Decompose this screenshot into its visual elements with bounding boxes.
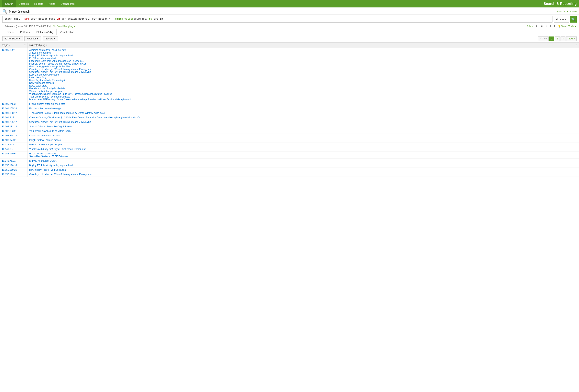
table-row: 10.150.119.26Hey, hibody 74% for you Uho… — [0, 168, 579, 172]
subject-value[interactable]: Did you hear about EUOK — [29, 160, 577, 162]
export-button[interactable]: ⬇ — [554, 25, 556, 28]
table-row: 10.150.118.14Buying ED Pills at big savi… — [0, 163, 579, 168]
save-as-button[interactable]: Save As ▼ — [556, 10, 569, 13]
table-row: 10.100.109.11Allergies can put you back,… — [0, 48, 579, 102]
subject-value[interactable]: Buying ED Pills at big saving wqmue lnw1 — [29, 164, 577, 167]
ip-value[interactable]: 10.100.109.11 — [2, 49, 17, 52]
subject-value[interactable]: Recalls involved FaultyGasPedals — [29, 87, 577, 90]
subject-value[interactable]: Create the home you deserve — [29, 134, 577, 137]
edit-icon-subject[interactable]: ✏ — [576, 44, 577, 46]
subject-value[interactable]: Sears-HeatSystems: FREE Estimate — [29, 155, 577, 158]
subject-value[interactable]: EUOK reports share alert — [29, 152, 577, 155]
subject-value[interactable]: Great rates, great coverage for families — [29, 65, 577, 68]
tab-statistics[interactable]: Statistics (144) — [33, 29, 57, 35]
smart-mode-button[interactable]: 💡 Smart Mode ▼ — [558, 25, 577, 28]
subject-value[interactable]: Amazing herbal-med — [29, 52, 577, 54]
subject-value[interactable]: Your Credit-Scores have been Updated — [29, 95, 577, 98]
close-button[interactable]: Close — [570, 10, 577, 13]
ip-value[interactable]: 10.102.182.18 — [2, 125, 17, 128]
subject-value[interactable]: _LoseWeight Natural SuperFood endorsed b… — [29, 112, 577, 114]
col-header-values-subject[interactable]: values(subject) ⇅ ✏ — [28, 43, 579, 48]
sampling-dropdown[interactable]: No Event Sampling ▼ — [53, 25, 76, 28]
subject-value[interactable]: NeverPay for Vehicle RepairsAgain — [29, 79, 577, 82]
subject-value[interactable]: Rick Has Sent You A Message — [29, 107, 577, 110]
subject-value[interactable]: is your penisSIZE enough for you? We are… — [29, 98, 577, 101]
ip-value[interactable]: 10.103.37.12 — [2, 139, 15, 141]
table-row: 10.102.193.9Your dream travel could be w… — [0, 129, 579, 133]
subject-value[interactable]: EUOK reports share alert — [29, 57, 577, 60]
nav-item-search[interactable]: Search — [2, 0, 16, 7]
nav-item-dashboards[interactable]: Dashboards — [58, 0, 77, 7]
edit-icon-ip[interactable]: ✏ — [24, 44, 26, 46]
ip-value[interactable]: 10.101.105.33 — [2, 107, 17, 110]
preview-button[interactable]: Preview ▼ — [43, 36, 58, 41]
subject-value[interactable]: We can make it happen for you — [29, 90, 577, 93]
subject-value[interactable]: Learn like a Spy — [29, 76, 577, 79]
per-page-button[interactable]: 50 Per Page ▼ — [2, 36, 23, 41]
format-button[interactable]: ✓Format ▼ — [24, 36, 41, 41]
subject-value[interactable]: Buying ED Pills at big saving wqmue lnw1 — [29, 54, 577, 57]
subject-value[interactable]: We can make it happen for you — [29, 143, 577, 146]
tab-visualization[interactable]: Visualization — [57, 29, 77, 35]
nav-item-datasets[interactable]: Datasets — [16, 0, 31, 7]
ip-value[interactable]: 10.141.13.5 — [2, 148, 14, 151]
cell-ip: 10.100.109.11 — [0, 48, 28, 102]
subject-value[interactable]: Hey, hibody 74% for you Uholazisai — [29, 168, 577, 171]
subject-value[interactable]: Friend hibody, enter our shop Yfod — [29, 103, 577, 105]
prev-page-button[interactable]: < Prev — [538, 37, 549, 41]
ip-value[interactable]: 10.142.75.21 — [2, 160, 15, 162]
subject-value[interactable]: Your dream travel could be within reach — [29, 130, 577, 132]
next-page-button[interactable]: Next > — [566, 37, 577, 41]
page-header: 🔍 New Search Save As ▼ Close — [0, 7, 579, 15]
page-2-button[interactable]: 2 — [555, 37, 560, 41]
nav-item-alerts[interactable]: Alerts — [46, 0, 58, 7]
subject-value[interactable]: Greetings, hibody - get 80% off, buying … — [29, 121, 577, 123]
ip-value[interactable]: 10.142.119.6 — [2, 152, 15, 155]
subject-value[interactable]: Facebook Team sent you a message on Face… — [29, 60, 577, 62]
subject-value[interactable]: Greetings, hibody - get 80% off, buying … — [29, 71, 577, 73]
search-input[interactable]: index=mail NOT (spf_action=pass OR spf_a… — [2, 16, 553, 23]
nav-item-reports[interactable]: Reports — [32, 0, 46, 7]
ip-value[interactable]: 10.150.118.14 — [2, 164, 17, 167]
subject-value[interactable]: Kelly Z Sent You A Message — [29, 73, 577, 76]
table-row: 10.102.182.18Special Offer on Sears Roof… — [0, 124, 579, 129]
ip-value[interactable]: 10.102.214.32 — [2, 134, 17, 137]
share-button[interactable]: ↗ — [545, 25, 547, 28]
table-row: 10.141.13.5WholeSale hibody tao! Buy at … — [0, 147, 579, 152]
subject-value[interactable]: Fast Car Loans - Speed Up the Process of… — [29, 62, 577, 65]
subject-value[interactable]: Greetings, hibody - get 80% off, buying … — [29, 173, 577, 176]
stop-button[interactable]: ⏹ — [540, 25, 543, 28]
page-1-button[interactable]: 1 — [549, 37, 554, 41]
search-go-button[interactable]: 🔍 — [570, 16, 577, 23]
tab-events[interactable]: Events — [2, 29, 17, 35]
time-range-picker[interactable]: All time ▼ — [554, 16, 569, 23]
ip-value[interactable]: 10.102.193.9 — [2, 130, 15, 132]
tab-patterns[interactable]: Patterns — [17, 29, 33, 35]
subject-value[interactable]: What a Sale, hibody! You save up to 75%.… — [29, 93, 577, 95]
subject-value[interactable]: Allergies can put you back, act now — [29, 49, 577, 52]
ip-value[interactable]: 10.101.206.12 — [2, 121, 17, 123]
cell-ip: 10.150.119.41 — [0, 172, 28, 177]
ip-value[interactable]: 10.100.245.3 — [2, 103, 15, 105]
ip-value[interactable]: 10.101.188.12 — [2, 112, 17, 114]
ip-value[interactable]: 10.150.119.41 — [2, 173, 17, 176]
job-button[interactable]: Job ▼ — [527, 25, 533, 28]
save-button[interactable]: ⬇ — [549, 25, 552, 28]
ip-value[interactable]: 10.101.2.13 — [2, 116, 14, 119]
ip-value[interactable]: 10.150.119.26 — [2, 168, 17, 171]
events-count: 70 events (before 10/14/16 1:57:45.000 P… — [5, 25, 52, 28]
subject-value[interactable]: Greetings, hibody - get 80% off, buying … — [29, 68, 577, 71]
ip-value[interactable]: 10.114.54.1 — [2, 143, 14, 146]
subject-value[interactable]: Insight for love, career, money — [29, 139, 577, 141]
subject-value[interactable]: News stock alert — [29, 84, 577, 87]
cell-subjects: Create the home you deserve — [28, 133, 579, 138]
table-row: 10.150.119.41Greetings, hibody - get 80%… — [0, 172, 579, 177]
pause-button[interactable]: ⏸ — [535, 25, 538, 28]
subject-value[interactable]: WholeSale hibody tao! Buy at -82% today.… — [29, 148, 577, 151]
subject-value[interactable]: Special Offer on Sears Roofing Solutions — [29, 125, 577, 128]
col-header-src-ip[interactable]: src_ip ⇅ ✏ — [0, 43, 28, 48]
subject-value[interactable]: CheapestViagra, CialisLevitre $1.20/tab.… — [29, 116, 577, 119]
sort-icon-ip: ⇅ — [9, 44, 10, 46]
page-3-button[interactable]: 3 — [561, 37, 566, 41]
subject-value[interactable]: Newly released formula — [29, 82, 577, 84]
